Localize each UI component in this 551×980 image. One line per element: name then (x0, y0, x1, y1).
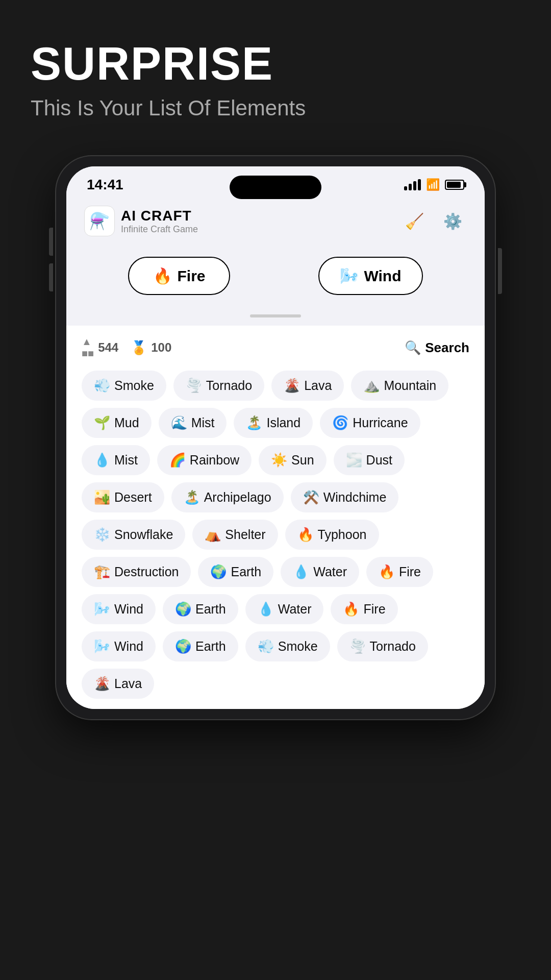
app-header: ⚗️ AI CRAFT Infinite Craft Game 🧹 ⚙️ (66, 198, 485, 247)
list-item[interactable]: 🌊Mist (159, 408, 227, 438)
tag-emoji: 💧 (94, 452, 110, 468)
tag-label: Dust (366, 453, 392, 468)
status-time: 14:41 (87, 177, 123, 193)
status-icons: 📶 (404, 178, 464, 191)
vol-up-button (49, 228, 53, 256)
status-bar: 14:41 📶 (66, 166, 485, 198)
tag-label: Typhoon (318, 527, 367, 542)
badge-icon: 🏅 (131, 340, 147, 356)
tag-emoji: 🌈 (169, 452, 186, 468)
tag-emoji: 🏗️ (94, 564, 110, 580)
list-item[interactable]: 🌬️Wind (82, 594, 156, 624)
list-item[interactable]: 🌍Earth (198, 557, 273, 587)
list-item[interactable]: 💧Mist (82, 445, 150, 475)
tag-label: Lava (114, 676, 142, 691)
tag-emoji: ☀️ (271, 452, 287, 468)
app-header-icons: 🧹 ⚙️ (400, 207, 467, 235)
list-item[interactable]: ⛺Shelter (192, 520, 278, 550)
badge-count: 100 (151, 340, 171, 355)
phone-frame: 14:41 📶 ⚗️ (56, 156, 495, 719)
tag-emoji: 🌊 (171, 415, 187, 431)
list-item[interactable]: 🌍Earth (163, 594, 238, 624)
tag-label: Lava (304, 378, 332, 393)
tag-label: Sun (291, 453, 314, 468)
tag-emoji: 🏝️ (246, 415, 262, 431)
list-item[interactable]: 🌋Lava (271, 371, 344, 401)
list-item[interactable]: ☀️Sun (259, 445, 326, 475)
search-button[interactable]: 🔍 Search (405, 340, 469, 356)
tag-emoji: 🌍 (175, 639, 191, 654)
brush-button[interactable]: 🧹 (400, 207, 429, 235)
fire-emoji: 🔥 (153, 267, 172, 285)
tag-label: Snowflake (114, 527, 173, 542)
app-logo-area: ⚗️ AI CRAFT Infinite Craft Game (84, 206, 198, 236)
tag-label: Mist (114, 453, 138, 468)
list-item[interactable]: 🏗️Destruction (82, 557, 191, 587)
list-item[interactable]: 🌪️Tornado (173, 371, 264, 401)
settings-button[interactable]: ⚙️ (439, 207, 467, 235)
page-subtitle: This Is Your List Of Elements (31, 96, 520, 120)
tag-emoji: 🌍 (210, 564, 227, 580)
tag-label: Tornado (206, 378, 252, 393)
app-name-main: AI CRAFT (121, 208, 198, 224)
tag-emoji: 🌪️ (349, 639, 366, 654)
app-name-sub: Infinite Craft Game (121, 224, 198, 235)
list-item[interactable]: 🔥Fire (366, 557, 433, 587)
list-item[interactable]: 💧Water (281, 557, 359, 587)
tag-emoji: ⛰️ (363, 378, 380, 394)
tag-label: Mountain (384, 378, 436, 393)
list-item[interactable]: 💧Water (245, 594, 324, 624)
elements-section: ▲■■ 544 🏅 100 🔍 Search 💨Smoke🌪️Tornado🌋L… (66, 326, 485, 709)
fire-element-button[interactable]: 🔥 Fire (128, 257, 230, 295)
wifi-icon: 📶 (426, 178, 440, 191)
tag-emoji: 🌍 (175, 601, 191, 617)
tag-label: Desert (114, 490, 152, 505)
app-logo: ⚗️ (84, 206, 115, 236)
list-item[interactable]: 🌀Hurricane (320, 408, 420, 438)
tag-emoji: 🌋 (284, 378, 300, 394)
tag-label: Earth (231, 565, 261, 579)
list-item[interactable]: 🏝️Archipelago (171, 482, 284, 512)
tag-label: Water (278, 602, 312, 617)
elements-stat: ▲■■ 544 (82, 336, 118, 359)
list-item[interactable]: 🔥Typhoon (285, 520, 379, 550)
list-item[interactable]: 💨Smoke (245, 631, 330, 662)
tag-emoji: ⛺ (205, 527, 221, 543)
tag-emoji: ⚒️ (303, 489, 319, 505)
wind-label: Wind (364, 267, 401, 285)
list-item[interactable]: 🌬️Wind (82, 631, 156, 662)
tag-emoji: 🌬️ (94, 639, 110, 654)
stats-left: ▲■■ 544 🏅 100 (82, 336, 171, 359)
list-item[interactable]: 🌫️Dust (334, 445, 405, 475)
tag-emoji: 🏜️ (94, 489, 110, 505)
list-item[interactable]: ⚒️Windchime (291, 482, 399, 512)
list-item[interactable]: 🏝️Island (234, 408, 313, 438)
list-item[interactable]: 🌍Earth (163, 631, 238, 662)
wind-element-button[interactable]: 🌬️ Wind (318, 257, 422, 295)
tag-emoji: 🌱 (94, 415, 110, 431)
list-item[interactable]: 🌪️Tornado (337, 631, 428, 662)
list-item[interactable]: 💨Smoke (82, 371, 166, 401)
craft-area: 🔥 Fire 🌬️ Wind (66, 247, 485, 310)
tag-label: Rainbow (190, 453, 239, 468)
tag-label: Mist (191, 415, 215, 430)
list-item[interactable]: 🌈Rainbow (157, 445, 252, 475)
list-item[interactable]: ⛰️Mountain (351, 371, 448, 401)
tag-emoji: ❄️ (94, 527, 110, 543)
tag-emoji: 🔥 (343, 601, 359, 617)
list-item[interactable]: 🌋Lava (82, 669, 154, 699)
tag-label: Wind (114, 639, 143, 654)
list-item[interactable]: 🌱Mud (82, 408, 152, 438)
tag-emoji: 🌬️ (94, 601, 110, 617)
wind-emoji: 🌬️ (340, 267, 359, 285)
tag-emoji: 💧 (293, 564, 309, 580)
tag-emoji: 🏝️ (184, 489, 200, 505)
tag-label: Archipelago (204, 490, 271, 505)
tag-emoji: 🔥 (297, 527, 314, 543)
list-item[interactable]: 🔥Fire (331, 594, 397, 624)
app-name-block: AI CRAFT Infinite Craft Game (121, 208, 198, 235)
tag-emoji: 🌋 (94, 676, 110, 692)
list-item[interactable]: ❄️Snowflake (82, 520, 185, 550)
list-item[interactable]: 🏜️Desert (82, 482, 164, 512)
signal-icon (404, 179, 421, 190)
